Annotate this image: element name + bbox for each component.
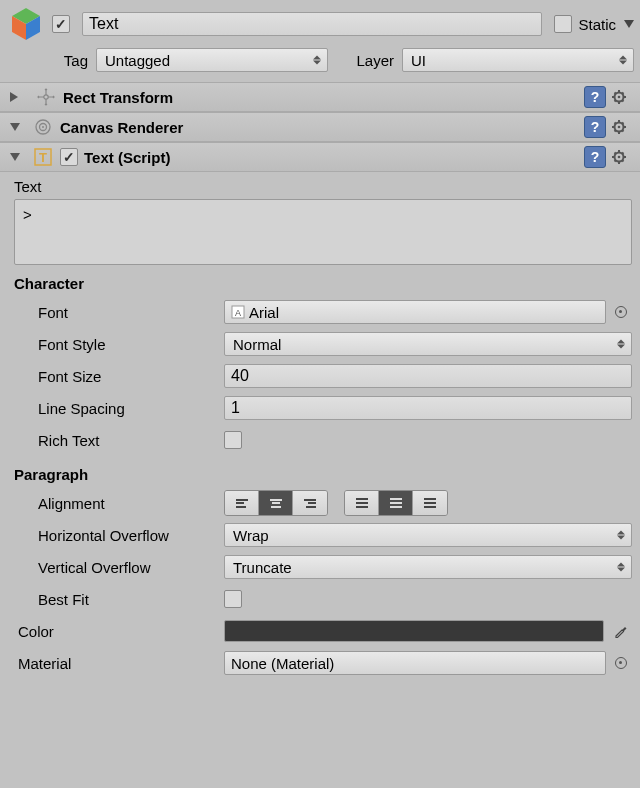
settings-icon[interactable] — [612, 149, 632, 165]
rich-text-label: Rich Text — [14, 432, 224, 449]
help-icon[interactable]: ? — [584, 86, 606, 108]
text-textarea[interactable]: > — [14, 199, 632, 265]
font-style-label: Font Style — [14, 336, 224, 353]
alignment-label: Alignment — [14, 495, 224, 512]
svg-point-15 — [618, 156, 621, 159]
material-field[interactable]: None (Material) — [224, 651, 606, 675]
character-section: Character — [14, 275, 632, 292]
expand-icon — [10, 123, 20, 131]
paragraph-section: Paragraph — [14, 466, 632, 483]
layer-value: UI — [411, 52, 426, 69]
svg-text:A: A — [235, 308, 241, 318]
vertical-alignment-group — [344, 490, 448, 516]
svg-point-4 — [44, 95, 48, 99]
gameobject-icon — [6, 4, 46, 44]
font-value: Arial — [249, 304, 279, 321]
align-right-button[interactable] — [293, 491, 327, 515]
canvas-renderer-icon — [32, 116, 54, 138]
name-text: Text — [89, 15, 118, 33]
layer-label: Layer — [340, 52, 394, 69]
vertical-overflow-label: Vertical Overflow — [14, 559, 224, 576]
align-top-button[interactable] — [345, 491, 379, 515]
material-value: None (Material) — [231, 655, 334, 672]
svg-text:T: T — [39, 150, 47, 165]
best-fit-checkbox[interactable] — [224, 590, 242, 608]
horizontal-alignment-group — [224, 490, 328, 516]
rect-transform-icon — [35, 86, 57, 108]
expand-icon — [10, 153, 20, 161]
rect-transform-header[interactable]: Rect Transform ? — [0, 82, 640, 112]
static-checkbox[interactable] — [554, 15, 572, 33]
tag-value: Untagged — [105, 52, 170, 69]
name-input[interactable]: Text — [82, 12, 542, 36]
svg-point-11 — [618, 126, 621, 129]
line-spacing-label: Line Spacing — [14, 400, 224, 417]
settings-icon[interactable] — [612, 89, 632, 105]
svg-point-9 — [42, 126, 44, 128]
text-label: Text — [14, 178, 632, 195]
align-left-button[interactable] — [225, 491, 259, 515]
settings-icon[interactable] — [612, 119, 632, 135]
tag-dropdown[interactable]: Untagged — [96, 48, 328, 72]
canvas-renderer-header[interactable]: Canvas Renderer ? — [0, 112, 640, 142]
help-icon[interactable]: ? — [584, 116, 606, 138]
align-bottom-button[interactable] — [413, 491, 447, 515]
tag-label: Tag — [46, 52, 88, 69]
font-size-value: 40 — [231, 367, 249, 385]
font-style-value: Normal — [233, 336, 281, 353]
rich-text-checkbox[interactable] — [224, 431, 242, 449]
align-middle-button[interactable] — [379, 491, 413, 515]
text-enabled-checkbox[interactable] — [60, 148, 78, 166]
line-spacing-value: 1 — [231, 399, 240, 417]
line-spacing-input[interactable]: 1 — [224, 396, 632, 420]
color-field[interactable] — [224, 620, 604, 642]
vertical-overflow-value: Truncate — [233, 559, 292, 576]
rect-transform-title: Rect Transform — [63, 89, 584, 106]
help-icon[interactable]: ? — [584, 146, 606, 168]
font-style-dropdown[interactable]: Normal — [224, 332, 632, 356]
text-component-icon: T — [32, 146, 54, 168]
font-size-label: Font Size — [14, 368, 224, 385]
layer-dropdown[interactable]: UI — [402, 48, 634, 72]
align-center-button[interactable] — [259, 491, 293, 515]
horizontal-overflow-dropdown[interactable]: Wrap — [224, 523, 632, 547]
best-fit-label: Best Fit — [14, 591, 224, 608]
object-picker-icon[interactable] — [610, 657, 632, 669]
horizontal-overflow-value: Wrap — [233, 527, 269, 544]
text-value: > — [23, 206, 32, 223]
text-component-header[interactable]: T Text (Script) ? — [0, 142, 640, 172]
text-component-title: Text (Script) — [84, 149, 584, 166]
material-label: Material — [14, 655, 224, 672]
expand-icon — [10, 92, 23, 102]
color-label: Color — [14, 623, 224, 640]
object-picker-icon[interactable] — [610, 306, 632, 318]
canvas-renderer-title: Canvas Renderer — [60, 119, 584, 136]
font-field[interactable]: A Arial — [224, 300, 606, 324]
font-size-input[interactable]: 40 — [224, 364, 632, 388]
vertical-overflow-dropdown[interactable]: Truncate — [224, 555, 632, 579]
active-checkbox[interactable] — [52, 15, 70, 33]
eyedropper-icon[interactable] — [610, 623, 632, 639]
static-label: Static — [578, 16, 616, 33]
font-label: Font — [14, 304, 224, 321]
static-dropdown-icon[interactable] — [624, 20, 634, 28]
svg-point-6 — [618, 96, 621, 99]
horizontal-overflow-label: Horizontal Overflow — [14, 527, 224, 544]
